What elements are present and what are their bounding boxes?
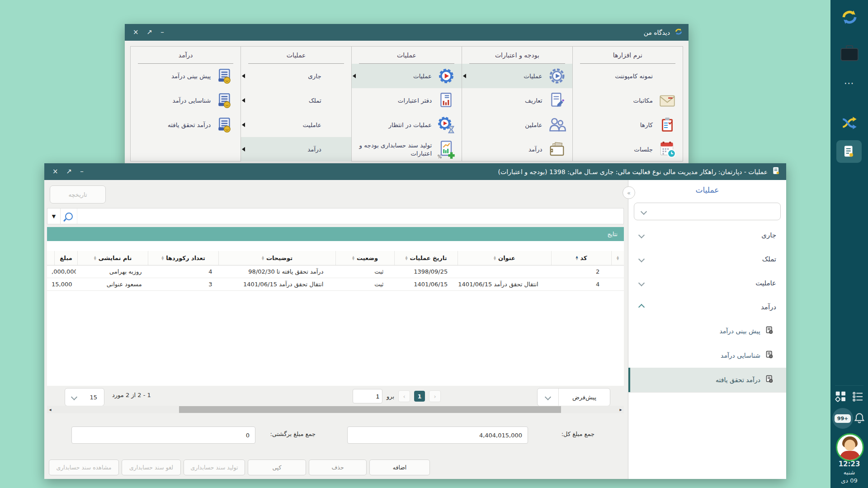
my-view-app-icon <box>674 27 683 38</box>
horizontal-scrollbar[interactable]: ◂ ▸ <box>47 406 624 413</box>
gear-play-icon <box>436 66 456 86</box>
search-icon[interactable] <box>61 208 77 224</box>
delete-button[interactable]: حذف <box>309 460 367 475</box>
scroll-right-icon[interactable]: ▸ <box>618 407 624 412</box>
menu-item-agents[interactable]: عاملین <box>462 113 572 137</box>
scroll-icon <box>765 350 774 361</box>
active-window-tile[interactable] <box>836 140 862 163</box>
cancel-accounting-doc-button[interactable]: لغو سند حسابداری <box>122 460 181 475</box>
menu-item-tasks[interactable]: کارها <box>573 113 683 137</box>
menu-item-budget-income[interactable]: درآمد <box>462 137 572 161</box>
tree-group-ownership[interactable]: تملک <box>628 247 786 271</box>
more-options-icon[interactable]: ⋯ <box>830 76 868 90</box>
briefcase-icon[interactable] <box>830 44 868 64</box>
app-logo-icon[interactable] <box>830 5 868 29</box>
scroll-coin-icon <box>215 90 235 110</box>
next-page-button[interactable]: › <box>429 390 441 402</box>
search-filter-caret-icon[interactable]: ▼ <box>47 208 61 224</box>
menu-column-header: درآمد <box>138 47 233 64</box>
tree-group-agency[interactable]: عاملیت <box>628 271 786 295</box>
results-label: نتایج <box>607 231 618 237</box>
submenu-arrow-icon <box>242 98 245 103</box>
tree-item-income-forecast[interactable]: پیش بینی درآمد <box>628 319 786 343</box>
scroll-left-icon[interactable]: ◂ <box>47 407 53 412</box>
table-header-display-name[interactable]: نام نمایشی ▲▼ <box>77 251 148 265</box>
table-header-record-count[interactable]: تعداد رکوردها ▲▼ <box>148 251 218 265</box>
scrollbar-thumb[interactable] <box>179 406 561 413</box>
menu-item-income-forecast[interactable]: پیش بینی درآمد <box>131 64 241 88</box>
menu-item-budget-operations[interactable]: عملیات <box>462 64 572 88</box>
scroll-document-icon <box>772 166 781 177</box>
menu-item-income[interactable]: درآمد <box>241 137 351 161</box>
document-pencil-icon <box>547 90 567 110</box>
current-page-button[interactable]: 1 <box>414 391 425 402</box>
history-button[interactable]: تاریخچه <box>50 185 106 204</box>
table-header-select[interactable]: ▲▼ <box>611 251 624 265</box>
operations-window: عملیات - دپارتمان: راهکار مدیریت مالی نو… <box>44 163 786 479</box>
close-icon[interactable]: × <box>52 168 58 175</box>
scroll-icon <box>765 374 774 385</box>
submenu-arrow-icon <box>242 123 245 127</box>
table-header-code[interactable]: کد ▲▼ <box>551 251 611 265</box>
table-header-operation-date[interactable]: تاریخ عملیات ▲▼ <box>394 251 458 265</box>
table-header-subject[interactable]: عنوان ▲▼ <box>458 251 551 265</box>
menu-item-operations[interactable]: عملیات <box>352 64 462 88</box>
view-accounting-doc-button[interactable]: مشاهده سند حسابداری <box>49 460 119 475</box>
chevron-down-icon <box>71 394 77 400</box>
table-row[interactable]: 2 1398/09/25 ثبت درآمد تحقق یافته تا 98/… <box>47 265 624 278</box>
operations-main: تاریخچه ▼ نتایج ▲▼ کد ▲▼ <box>44 180 628 479</box>
menu-item-meetings[interactable]: جلسات <box>573 137 683 161</box>
messages-badge[interactable]: +99 <box>832 408 853 429</box>
close-icon[interactable]: × <box>133 29 139 36</box>
menu-item-credit-ledger[interactable]: دفتر اعتبارات <box>352 88 462 113</box>
tree-group-current[interactable]: جاری <box>628 223 786 247</box>
menu-item-realized-income[interactable]: درآمد تحقق یافته <box>131 113 241 137</box>
minimize-icon[interactable]: – <box>160 29 164 36</box>
chevron-down-icon <box>641 208 647 215</box>
add-button[interactable]: اضافه <box>369 460 430 475</box>
search-input[interactable] <box>77 208 623 224</box>
table-header-status[interactable]: وضعیت ▲▼ <box>335 251 394 265</box>
selected-indicator <box>628 368 630 392</box>
notifications-bell-icon[interactable] <box>853 412 866 426</box>
table-header-description[interactable]: توضیحات ▲▼ <box>218 251 335 265</box>
prev-page-button[interactable]: ‹ <box>398 390 410 402</box>
menu-item-income-recognition[interactable]: شناسایی درآمد <box>131 88 241 113</box>
menu-item-ownership[interactable]: تملک <box>241 88 351 113</box>
menu-item-generate-accounting-doc[interactable]: % تولید سند حسابداری بودجه و اعتبارات <box>352 137 462 161</box>
results-band: نتایج <box>47 227 624 241</box>
calendar-clock-icon <box>657 139 677 159</box>
table-row[interactable]: 4 انتقال تحقق درآمد 1401/06/15 1401/06/1… <box>47 278 624 291</box>
menu-item-component-sample[interactable]: نمونه کامپوننت <box>573 64 683 88</box>
chevron-down-icon <box>638 256 645 262</box>
menu-item-pending-operations[interactable]: عملیات در انتظار <box>352 113 462 137</box>
maximize-icon[interactable]: ↗ <box>66 168 72 175</box>
my-view-window: دیدگاه من × ↗ – نرم افزارها نمونه کامپون… <box>125 24 689 165</box>
menu-item-definitions[interactable]: تعاریف <box>462 88 572 113</box>
menu-item-current[interactable]: جاری <box>241 64 351 88</box>
operations-side-panel: » عملیات جاری تملک عاملیت درآمد <box>628 180 786 479</box>
operations-titlebar: عملیات - دپارتمان: راهکار مدیریت مالی نو… <box>44 163 786 180</box>
my-view-titlebar: دیدگاه من × ↗ – <box>125 24 689 41</box>
maximize-icon[interactable]: ↗ <box>147 29 153 36</box>
minimize-icon[interactable]: – <box>80 168 84 175</box>
page-size-select[interactable]: 15 <box>65 388 104 406</box>
menu-item-correspondence[interactable]: مکاتبات <box>573 88 683 113</box>
tree-group-income[interactable]: درآمد <box>628 295 786 319</box>
menu-item-agency[interactable]: عاملیت <box>241 113 351 137</box>
goto-page-input[interactable] <box>353 389 382 403</box>
copy-button[interactable]: کپی <box>248 460 306 475</box>
panel-dropdown[interactable] <box>634 203 781 220</box>
envelope-icon <box>657 90 677 110</box>
task-list-icon[interactable] <box>851 390 865 405</box>
tree-item-realized-income[interactable]: درآمد تحقق یافته <box>628 368 786 393</box>
generate-accounting-doc-button[interactable]: تولید سند حسابداری <box>184 460 245 475</box>
svg-text:%: % <box>438 154 442 159</box>
avatar[interactable] <box>836 433 864 461</box>
default-view-button[interactable]: پیش‌فرض <box>537 388 610 406</box>
table-header-amount[interactable]: مبلغ <box>54 251 77 265</box>
table-header-row: ▲▼ کد ▲▼ عنوان ▲▼ تاریخ عملیات ▲▼ <box>47 251 624 265</box>
integration-icon[interactable] <box>830 112 868 134</box>
tree-item-income-recognition[interactable]: شناسایی درآمد <box>628 343 786 368</box>
apps-grid-icon[interactable] <box>834 390 848 405</box>
